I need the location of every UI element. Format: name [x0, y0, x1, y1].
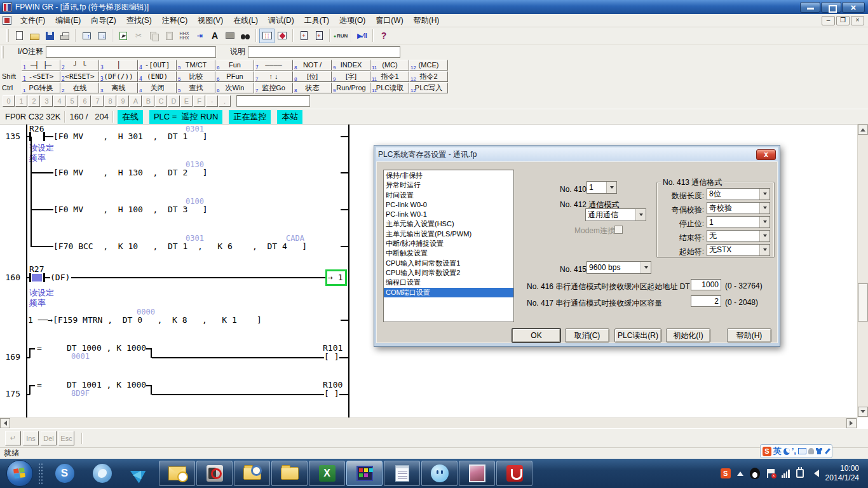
fnkey-f9[interactable]: 9INDEX [332, 60, 370, 71]
tray-qq-icon[interactable] [750, 468, 760, 479]
print-button[interactable] [57, 29, 72, 43]
document-icon[interactable] [3, 16, 11, 25]
fnkey-ctrl-f2[interactable]: 2在线 [60, 83, 99, 93]
fnkey-shift-f2[interactable]: 2<RESET> [60, 71, 99, 82]
list-item-selected[interactable]: COM端口设置 [384, 288, 513, 297]
run-stop-toggle-button[interactable]: ▶⁄‖ [355, 29, 370, 43]
fnkey-f8[interactable]: 8NOT / [293, 60, 332, 71]
instruction-entry-input[interactable] [236, 95, 310, 107]
dropdown-arrow-icon[interactable] [759, 231, 770, 241]
hexkey-5[interactable]: 5 [66, 95, 78, 107]
fnkey-f3[interactable]: 3│ [99, 60, 138, 71]
hexkey-b[interactable]: B [142, 95, 154, 107]
fnkey-ctrl-f7[interactable]: 7监控Go [254, 83, 293, 93]
fnkey-f4[interactable]: 4-[OUT] [138, 60, 177, 71]
insert-key[interactable]: Ins [23, 431, 39, 445]
fnkey-ctrl-f9[interactable]: 9Run/Prog [332, 83, 370, 93]
list-item[interactable]: 主单元输入设置(HSC) [384, 219, 513, 229]
header-combobox[interactable]: 无STX [707, 244, 770, 256]
taskbar-item-photo-viewer[interactable] [459, 461, 495, 486]
hexkey-6[interactable]: 6 [79, 95, 91, 107]
modem-checkbox[interactable] [614, 226, 623, 234]
scroll-left-button[interactable] [0, 418, 10, 428]
delete-key[interactable]: Del [41, 431, 57, 445]
fnkey-shift-f1[interactable]: 1-<SET> [22, 71, 60, 82]
fnkey-ctrl-f6[interactable]: 6次Win [215, 83, 254, 93]
fnkey-shift-f11[interactable]: 11指令1 [370, 71, 409, 82]
hexkey-3[interactable]: 3 [41, 95, 53, 107]
device-monitor-button[interactable] [275, 29, 290, 43]
taskbar-item-outlook[interactable] [159, 461, 195, 486]
compare-expression[interactable]: = DT 1001 , K 1000 [37, 381, 146, 390]
io-comment-button[interactable]: HHXHHX [177, 29, 192, 43]
output-coil[interactable]: [ ] [324, 390, 339, 398]
hexkey-4[interactable]: 4 [53, 95, 65, 107]
tray-sogou-icon[interactable]: S [721, 468, 731, 478]
fnkey-shift-f8[interactable]: 8[位] [293, 71, 332, 82]
fnkey-f2[interactable]: 2┘ └ [60, 60, 99, 71]
dropdown-arrow-icon[interactable] [759, 189, 770, 200]
dropdown-arrow-icon[interactable] [759, 217, 770, 227]
volume-icon[interactable] [810, 470, 819, 477]
buffer-capacity-input[interactable]: 2 [691, 295, 721, 307]
ime-punctuation-icon[interactable]: ’, [792, 448, 796, 454]
select-mode-button[interactable] [116, 29, 131, 43]
list-item[interactable]: PC-link W0-1 [384, 210, 513, 219]
menu-window[interactable]: 窗口(W) [370, 13, 408, 28]
escape-key[interactable]: Esc [58, 431, 74, 445]
dropdown-arrow-icon[interactable] [635, 209, 646, 220]
ime-fullwidth-icon[interactable] [783, 448, 790, 455]
hexkey-e[interactable]: E [180, 95, 193, 107]
menu-online[interactable]: 在线(L) [228, 13, 263, 28]
save-button[interactable] [42, 29, 57, 43]
dialog-title-bar[interactable]: PLC系统寄存器设置 - 通讯.fp x [376, 147, 778, 161]
io-comment-input[interactable] [46, 46, 216, 58]
data-length-combobox[interactable]: 8位 [707, 188, 770, 200]
ime-skin-icon[interactable] [816, 448, 822, 454]
help-button[interactable]: ? [376, 29, 391, 43]
ime-account-icon[interactable] [808, 448, 814, 454]
plc-read-button[interactable]: PLC读出(R) [614, 329, 661, 342]
hexkey-0[interactable]: 0 [3, 95, 15, 107]
hexkey-d[interactable]: D [168, 95, 180, 107]
list-item[interactable]: 主单元输出设置(PLS/PWM) [384, 229, 513, 239]
station-number-combobox[interactable]: 1 [587, 181, 617, 194]
dialog-close-button[interactable]: x [756, 149, 776, 160]
fnkey-shift-f5[interactable]: 5比较 [177, 71, 215, 82]
contact-label[interactable]: R27 [29, 265, 44, 274]
fnkey-ctrl-f5[interactable]: 5查找 [177, 83, 215, 93]
ladder-monitor-button[interactable]: ┆┆ [259, 29, 275, 43]
baud-rate-combobox[interactable]: 9600 bps [587, 261, 651, 274]
cancel-button[interactable]: 取消(C) [565, 329, 609, 342]
description-input[interactable] [248, 46, 400, 58]
fnkey-f5[interactable]: 5TM/CT [177, 60, 215, 71]
stop-bit-combobox[interactable]: 1 [707, 216, 770, 228]
scroll-up-button[interactable] [858, 125, 868, 135]
scrollbar-thumb[interactable] [858, 283, 868, 322]
vertical-scrollbar[interactable] [857, 125, 868, 417]
instruction-line[interactable]: [F70 BCC , K 10 , DT 1 , K 6 , DT 4 ] [53, 242, 307, 251]
scroll-down-button[interactable] [858, 407, 868, 417]
offline-mode-button[interactable]: + [311, 29, 327, 43]
hexkey-f[interactable]: F [193, 95, 205, 107]
mdi-minimize-button[interactable]: – [822, 16, 835, 25]
dropdown-arrow-icon[interactable] [641, 262, 651, 273]
initialize-button[interactable]: 初始化(I) [666, 329, 710, 342]
dropdown-arrow-icon[interactable] [606, 182, 616, 193]
hexkey-7[interactable]: 7 [92, 95, 104, 107]
enter-key[interactable]: ↵ [5, 431, 21, 445]
online-mode-button[interactable]: + [296, 29, 311, 43]
fnkey-ctrl-f1[interactable]: 1PG转换 [22, 83, 60, 93]
copy-button[interactable] [146, 29, 161, 43]
taskbar-item-screenshot-tool[interactable] [196, 461, 233, 486]
safely-remove-icon[interactable] [796, 469, 804, 478]
list-item[interactable]: 时间设置 [384, 191, 513, 200]
list-item[interactable]: 中断触发设置 [384, 248, 513, 258]
comm-mode-combobox[interactable]: 通用通信 [585, 208, 646, 221]
output-coil[interactable]: [ ] [324, 353, 339, 362]
hexkey-a[interactable]: A [130, 95, 142, 107]
buffer-start-address-input[interactable]: 1000 [691, 279, 721, 290]
taskbar-item-file-explorer[interactable] [271, 461, 308, 486]
toolbar-gripper[interactable] [6, 29, 9, 42]
ok-button[interactable]: OK [512, 329, 560, 342]
